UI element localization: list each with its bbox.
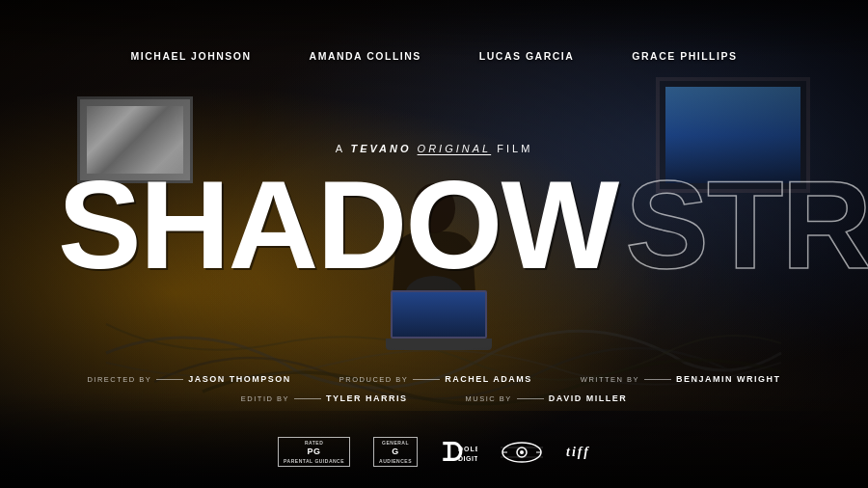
cast-lucas: LUCAS GARCIA (479, 50, 575, 62)
credit-line-4 (294, 398, 321, 399)
credit-writer-name: BENJAMIN WRIGHT (676, 374, 781, 384)
credit-writer: WRITTEN BY BENJAMIN WRIGHT (581, 374, 781, 384)
credit-editor-label: EDITID BY (241, 394, 289, 403)
title-container: SHADOW STRIKE (58, 162, 868, 287)
cast-row: MICHAEL JOHNSON AMANDA COLLINS LUCAS GAR… (0, 50, 868, 62)
badges-row: RATED PG PARENTAL GUIDANCE GENERAL G AUD… (0, 437, 868, 467)
tagline: A Tevano Original Film (0, 143, 868, 154)
svg-text:DIGITAL: DIGITAL (458, 455, 477, 462)
rating-g-main: G (379, 447, 412, 458)
tagline-middle: Original (418, 143, 492, 154)
top-fade (0, 0, 868, 58)
credit-director: DIRECTED BY JASON THOMPSON (87, 374, 290, 384)
svg-text:ᗪ: ᗪ (442, 439, 463, 467)
dolby-icon: ᗪ DOLBY DIGITAL (441, 438, 477, 467)
movie-poster: MICHAEL JOHNSON AMANDA COLLINS LUCAS GAR… (0, 0, 868, 488)
cast-amanda: AMANDA COLLINS (310, 50, 421, 62)
credit-line-1 (156, 379, 183, 380)
rating-g-sub: AUDIENCES (379, 458, 412, 465)
cast-grace: GRACE PHILLIPS (632, 50, 737, 62)
credit-director-label: DIRECTED BY (87, 375, 151, 384)
credit-director-name: JASON THOMPSON (188, 374, 291, 384)
svg-text:DOLBY: DOLBY (458, 446, 477, 452)
tagline-brand: Tevano (351, 143, 412, 154)
rating-pg-badge: RATED PG PARENTAL GUIDANCE (278, 437, 350, 467)
tagline-suffix: Film (497, 143, 532, 154)
title-shadow: SHADOW (58, 162, 617, 287)
rating-pg-main: PG (284, 447, 344, 458)
rating-g: GENERAL G AUDIENCES (373, 437, 418, 467)
credit-writer-label: WRITTEN BY (581, 375, 639, 384)
credit-editor: EDITID BY TYLER HARRIS (241, 393, 408, 403)
cast-michael: MICHAEL JOHNSON (131, 50, 252, 62)
credit-editor-name: TYLER HARRIS (326, 393, 408, 403)
credit-music-name: DAVID MILLER (549, 393, 627, 403)
vision-icon (501, 440, 543, 465)
tagline-prefix: A (336, 143, 345, 154)
title-outline: STRIKE (625, 162, 868, 287)
credit-music: MUSIC BY DAVID MILLER (466, 393, 628, 403)
dolby-digital-badge: ᗪ DOLBY DIGITAL (441, 438, 477, 467)
tiff-label: tiff (566, 445, 590, 460)
laptop-base (386, 339, 492, 350)
credit-line-5 (517, 398, 544, 399)
rating-g-badge: GENERAL G AUDIENCES (373, 437, 418, 467)
laptop-screen (391, 290, 487, 339)
rating-pg: RATED PG PARENTAL GUIDANCE (278, 437, 350, 467)
credit-line-2 (413, 379, 440, 380)
rating-g-top: GENERAL (379, 440, 412, 447)
svg-point-7 (520, 450, 524, 454)
credit-line-3 (644, 379, 671, 380)
laptop (391, 290, 487, 353)
credit-music-label: MUSIC BY (466, 394, 512, 403)
vision-logo-badge (501, 440, 543, 465)
credits-row-1: DIRECTED BY JASON THOMPSON PRODUCED BY R… (0, 374, 868, 384)
credit-producer-name: RACHEL ADAMS (445, 374, 532, 384)
rating-pg-sub: PARENTAL GUIDANCE (284, 458, 344, 465)
tiff-badge: tiff (566, 445, 590, 460)
credits-row-2: EDITID BY TYLER HARRIS MUSIC BY DAVID MI… (0, 393, 868, 403)
credit-producer-label: PRODUCED BY (339, 375, 409, 384)
rating-pg-top: RATED (284, 440, 344, 447)
credit-producer: PRODUCED BY RACHEL ADAMS (339, 374, 532, 384)
